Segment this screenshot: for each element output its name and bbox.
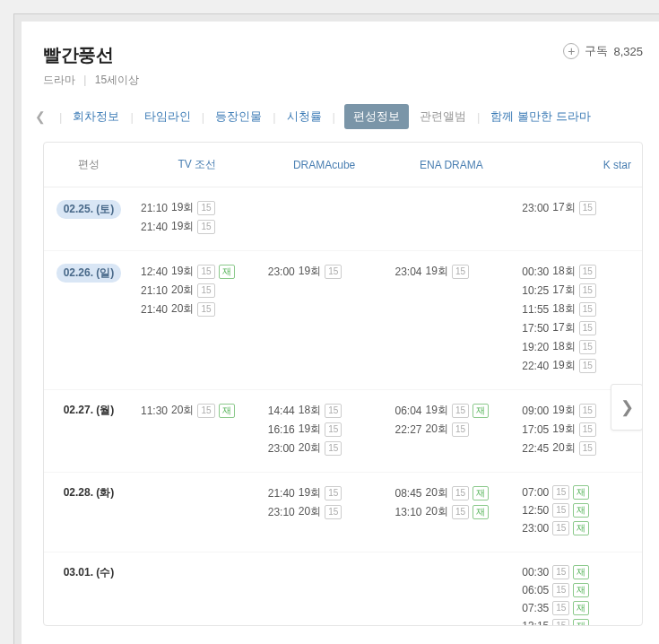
tab-ratings[interactable]: 시청률 [285,105,324,128]
broadcast-slot[interactable]: 21:1020회15 [141,283,254,298]
age-badge: 15 [325,505,342,519]
broadcast-slot[interactable]: 16:1619회15 [268,422,381,437]
broadcast-slot[interactable]: 23:0017회15 [522,200,635,215]
episode-label: 20회 [426,504,448,519]
schedule-cell: 23:0419회15 [388,251,516,390]
app-container: 빨간풍선 드라마 | 15세이상 + 구독 8,325 ❮ | 회차정보 | 타… [22,22,659,644]
schedule-cell: 11:3020회15재 [134,390,261,473]
tab-episodes[interactable]: 회차정보 [71,105,121,128]
broadcast-slot[interactable]: 23:0020회15 [268,440,381,456]
broadcast-slot[interactable]: 10:2517회15 [522,283,635,298]
episode-label: 20회 [552,440,575,456]
col-enadrama[interactable]: ENA DRAMA [388,143,516,187]
age-badge: 15 [452,404,469,418]
broadcast-time: 23:00 [268,265,295,278]
date-badge: 02.26. (일) [56,264,122,283]
table-row: 03.01. (수)00:3015재06:0515재07:3515재13:151… [44,553,642,627]
date-badge: 02.25. (토) [56,200,122,219]
rerun-badge: 재 [573,601,589,615]
broadcast-slot[interactable]: 23:0019회15 [268,264,381,279]
age-badge: 15 [579,441,596,456]
broadcast-slot[interactable]: 13:1515재 [522,619,635,626]
episode-label: 18회 [552,264,575,279]
schedule-cell: 14:4418회1516:1619회1523:0020회15 [261,390,388,473]
table-row: 02.25. (토)21:1019회1521:4019회1523:0017회15 [44,187,642,251]
broadcast-time: 09:00 [522,405,549,417]
age-badge: 15 [197,302,214,317]
broadcast-time: 17:05 [522,423,549,436]
broadcast-time: 21:40 [268,487,295,500]
date-badge: 02.28. (화) [64,485,115,500]
episode-label: 19회 [426,264,448,279]
broadcast-slot[interactable]: 07:3515재 [522,601,635,615]
tab-bar: ❮ | 회차정보 | 타임라인 | 등장인물 | 시청률 | 편성정보 관련앨범… [22,95,659,142]
tab-separator: | [130,110,133,124]
broadcast-slot[interactable]: 21:1019회15 [141,200,254,215]
col-dramacube[interactable]: DRAMAcube [261,143,388,187]
broadcast-slot[interactable]: 14:4418회15 [268,403,381,418]
age-badge: 15 [552,503,569,518]
broadcast-slot[interactable]: 12:5015재 [522,503,635,518]
age-badge: 15 [552,601,569,615]
broadcast-time: 21:10 [141,284,168,297]
age-badge: 15 [579,340,596,354]
broadcast-slot[interactable]: 21:4020회15 [141,301,254,317]
episode-label: 19회 [299,422,321,437]
header: 빨간풍선 드라마 | 15세이상 + 구독 8,325 [22,43,659,88]
broadcast-slot[interactable]: 23:0015재 [522,521,635,535]
tab-albums[interactable]: 관련앨범 [418,105,468,128]
broadcast-slot[interactable]: 06:0515재 [522,583,635,597]
col-kstar[interactable]: K star [515,143,642,187]
broadcast-time: 12:40 [141,265,168,278]
date-cell: 02.25. (토) [44,187,134,251]
broadcast-time: 23:00 [522,202,549,214]
episode-label: 19회 [299,264,321,279]
broadcast-slot[interactable]: 07:0015재 [522,485,635,500]
broadcast-slot[interactable]: 22:4520회15 [522,440,635,456]
broadcast-slot[interactable]: 11:3020회15재 [141,403,254,418]
table-row: 02.26. (일)12:4019회15재21:1020회1521:4020회1… [44,251,642,390]
age-badge: 15 [579,422,596,437]
broadcast-time: 07:35 [522,602,549,614]
episode-label: 19회 [171,264,194,279]
tab-timeline[interactable]: 타임라인 [143,105,193,128]
tab-separator: | [333,110,335,124]
broadcast-slot[interactable]: 17:5017회15 [522,320,635,335]
broadcast-slot[interactable]: 00:3018회15 [522,264,635,279]
col-tvchosun[interactable]: TV 조선 [134,143,261,187]
schedule-cell [388,187,516,251]
age-badge: 15 [452,486,469,500]
broadcast-slot[interactable]: 00:3015재 [522,565,635,579]
broadcast-slot[interactable]: 22:2720회15 [395,422,508,437]
broadcast-time: 23:00 [522,522,549,535]
broadcast-slot[interactable]: 13:1020회15재 [395,504,508,519]
age-badge: 15 [325,441,342,456]
broadcast-slot[interactable]: 23:1020회15 [268,504,381,519]
rerun-badge: 재 [573,583,589,597]
age-badge: 15 [552,521,569,535]
rerun-badge: 재 [473,486,489,500]
age-badge: 15 [197,265,214,279]
broadcast-slot[interactable]: 08:4520회15재 [395,485,508,500]
broadcast-time: 23:00 [268,442,295,455]
subscribe-button[interactable]: + 구독 8,325 [563,43,643,59]
table-header-row: 편성 TV 조선 DRAMAcube ENA DRAMA K star [44,143,642,187]
broadcast-slot[interactable]: 19:2018회15 [522,339,635,354]
date-cell: 02.27. (월) [44,390,134,473]
broadcast-slot[interactable]: 23:0419회15 [395,264,508,279]
age-badge: 15 [325,486,342,500]
broadcast-slot[interactable]: 22:4019회15 [522,358,635,373]
broadcast-slot[interactable]: 06:0419회15재 [395,403,508,418]
broadcast-slot[interactable]: 21:4019회15 [268,485,381,500]
tab-recommend[interactable]: 함께 볼만한 드라마 [489,105,592,128]
broadcast-slot[interactable]: 11:5518회15 [522,301,635,317]
broadcast-slot[interactable]: 12:4019회15재 [141,264,254,279]
tab-cast[interactable]: 등장인물 [213,105,264,128]
subscribe-label: 구독 [585,43,608,59]
episode-label: 20회 [426,485,448,500]
broadcast-slot[interactable]: 21:4019회15 [141,219,254,234]
tab-schedule[interactable]: 편성정보 [344,104,409,129]
tab-prev-icon[interactable]: ❮ [30,109,50,124]
episode-label: 19회 [299,485,321,500]
scroll-right-button[interactable]: ❯ [611,384,643,431]
